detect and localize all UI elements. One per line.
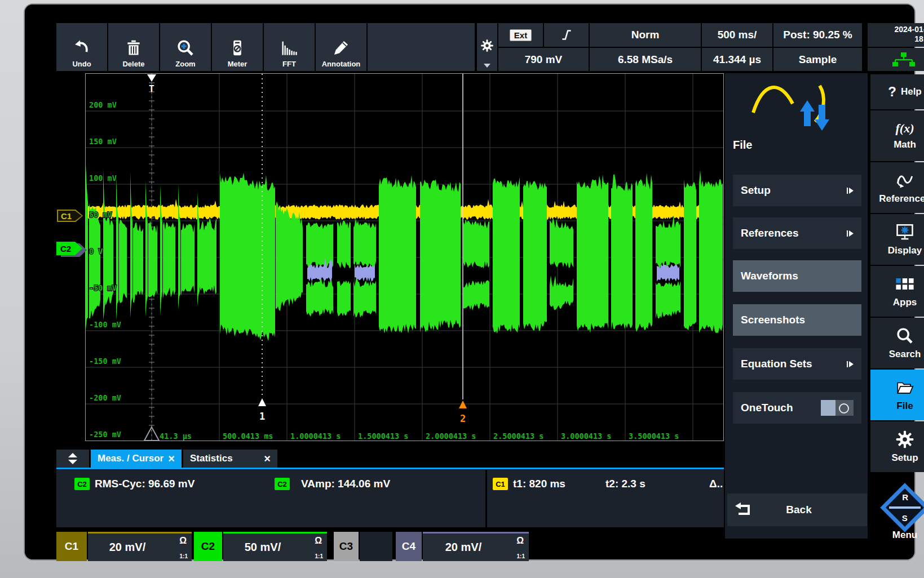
channel-c4-badge[interactable]: C4 [396, 532, 422, 561]
oscilloscope-screen: Undo Delete Zoom Meter FFT Annotation Ex… [25, 5, 914, 559]
svg-text:100 mV: 100 mV [89, 174, 117, 183]
sample-rate-cell[interactable]: 6.58 MSa/s [590, 48, 701, 71]
c1-level-marker[interactable]: C1 [57, 210, 83, 222]
svg-text:T: T [149, 83, 154, 94]
svg-text:-150 mV: -150 mV [89, 357, 121, 366]
fft-button[interactable]: FFT [264, 23, 315, 71]
probe-ratio: 1:1 [315, 553, 323, 559]
menu-item-onetouch[interactable]: OneTouch [733, 392, 861, 424]
sidebar-item-display[interactable]: Display [870, 214, 924, 265]
zoom-button[interactable]: Zoom [160, 23, 211, 71]
back-button[interactable]: Back [727, 493, 867, 526]
c2-trace [86, 164, 723, 341]
svg-text:-250 mV: -250 mV [89, 430, 121, 439]
close-icon[interactable]: × [168, 452, 175, 465]
svg-text:200 mV: 200 mV [89, 100, 117, 109]
time-axis-labels: 41.3 µs 500.0413 ms 1.0000413 s 1.500041… [160, 432, 679, 441]
math-fx-icon: f(x) [896, 121, 914, 136]
submenu-arrow-icon [847, 361, 854, 368]
menu-item-equation-sets[interactable]: Equation Sets [733, 348, 861, 380]
sidebar-item-references[interactable]: References [870, 162, 924, 213]
results-collapse-button[interactable] [56, 450, 89, 468]
trigger-mode-cell[interactable]: Norm [590, 23, 701, 47]
gear-icon [480, 39, 494, 52]
close-icon[interactable]: × [264, 452, 271, 465]
coupling-ohm: Ω [516, 536, 524, 546]
apps-grid-icon [894, 274, 916, 294]
onetouch-toggle[interactable] [821, 400, 854, 416]
submenu-arrow-icon [847, 230, 854, 237]
annotation-button[interactable]: Annotation [316, 23, 366, 71]
channel-badge-c2: C2 [74, 478, 90, 490]
svg-text:1: 1 [259, 411, 265, 422]
svg-text:-50 mV: -50 mV [89, 283, 117, 292]
svg-text:2: 2 [460, 413, 466, 424]
meter-button[interactable]: Meter [212, 23, 263, 71]
menu-item-setup[interactable]: Setup [733, 175, 861, 206]
channel-c1-settings[interactable]: 20 mV/ Ω 1:1 [88, 532, 192, 561]
sidebar-item-apps[interactable]: Apps [870, 266, 924, 317]
trigger-slope-cell[interactable] [544, 23, 589, 47]
channel-c3-settings[interactable] [360, 532, 392, 561]
svg-text:50 mV: 50 mV [89, 210, 112, 219]
rising-edge-icon [559, 28, 574, 42]
measurement-1-value: RMS-Cyc: 96.69 mV [95, 478, 194, 490]
help-icon: ? [888, 84, 896, 100]
channel-c2-settings[interactable]: 50 mV/ Ω 1:1 [223, 532, 327, 561]
sidebar-item-help[interactable]: ? Help [870, 74, 924, 109]
search-icon [894, 326, 916, 345]
sidebar-item-math[interactable]: f(x) Math [870, 110, 924, 161]
toolbar-settings-cell[interactable] [477, 23, 497, 71]
results-divider [485, 470, 487, 527]
acquisition-mode-cell[interactable]: Sample [773, 48, 862, 71]
cursor-t2-value: t2: 2.3 s [605, 478, 646, 490]
undo-button[interactable]: Undo [56, 23, 107, 71]
gear-icon [894, 430, 916, 449]
collapse-arrows-icon [67, 452, 79, 465]
svg-text:2.5000413 s: 2.5000413 s [493, 432, 543, 441]
sidebar-item-setup[interactable]: Setup [870, 421, 924, 472]
svg-text:1.5000413 s: 1.5000413 s [358, 432, 408, 441]
trigger-level-cell[interactable]: 790 mV [498, 48, 589, 71]
tab-statistics[interactable]: Statistics × [183, 450, 277, 468]
measurement-2-value: VAmp: 144.06 mV [301, 478, 390, 490]
waveform-display[interactable]: 200 mV 150 mV 100 mV 50 mV 0 V -50 mV -1… [85, 73, 724, 441]
channel-c4-settings[interactable]: 20 mV/ Ω 1:1 [423, 532, 529, 561]
rs-logo-icon: R S [880, 483, 924, 532]
sidebar-item-search[interactable]: Search [870, 318, 924, 368]
channel-c1-badge[interactable]: C1 [56, 532, 87, 561]
tab-meas-cursor[interactable]: Meas. / Cursor × [91, 450, 182, 468]
trigger-time-marker[interactable]: T [147, 74, 156, 94]
svg-text:2.0000413 s: 2.0000413 s [426, 432, 476, 441]
coupling-ohm: Ω [179, 536, 187, 546]
sidebar-menu-button[interactable]: R S Menu [870, 473, 924, 558]
reference-wave-icon [894, 171, 916, 190]
record-length-cell[interactable]: 41.344 µs [702, 48, 772, 71]
svg-text:500.0413 ms: 500.0413 ms [223, 432, 273, 441]
menu-item-screenshots[interactable]: Screenshots [733, 304, 861, 336]
timebase-cell[interactable]: 500 ms/ [702, 23, 772, 47]
trash-icon [124, 38, 143, 57]
clock: 2024-01-24 18:40 [868, 23, 924, 47]
delete-button[interactable]: Delete [108, 23, 159, 71]
probe-ratio: 1:1 [517, 553, 525, 559]
svg-text:1.0000413 s: 1.0000413 s [290, 432, 341, 441]
trigger-source-cell[interactable]: Ext [498, 23, 543, 47]
svg-text:150 mV: 150 mV [89, 137, 117, 146]
svg-text:-200 mV: -200 mV [89, 393, 121, 402]
menu-item-waveforms[interactable]: Waveforms [733, 260, 861, 292]
channel-c3-badge[interactable]: C3 [334, 532, 359, 561]
sidebar-item-file[interactable]: File [870, 370, 924, 420]
back-icon [735, 503, 752, 517]
svg-text:3.0000413 s: 3.0000413 s [561, 432, 611, 441]
lan-icon [891, 52, 916, 67]
meter-icon [228, 38, 247, 57]
tab-underline [56, 468, 724, 469]
menu-item-references[interactable]: References [733, 217, 861, 249]
toolbar-spacer [368, 23, 475, 71]
file-menu-icon [748, 78, 843, 141]
channel-c2-badge[interactable]: C2 [194, 532, 222, 561]
undo-icon [72, 38, 91, 57]
trigger-position-cell[interactable]: Post: 90.25 % [773, 23, 862, 47]
channel-badge-c2: C2 [275, 478, 290, 490]
